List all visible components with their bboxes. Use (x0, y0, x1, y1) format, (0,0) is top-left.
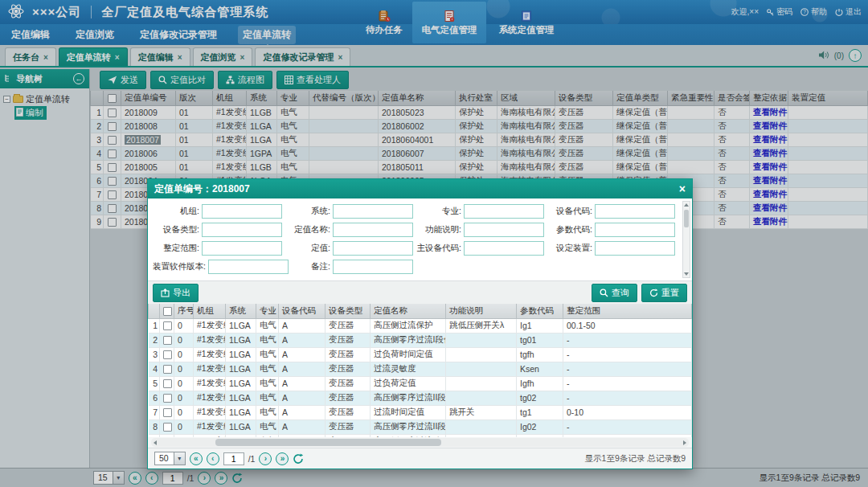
view-attachment-link[interactable]: 查看附件 (753, 216, 787, 226)
page-number-input[interactable] (162, 472, 183, 485)
row-checkbox[interactable] (108, 108, 117, 117)
menu-item[interactable]: 定值修改记录管理 (135, 26, 222, 44)
workspace-tab[interactable]: 定值编辑× (130, 47, 190, 66)
menu-item[interactable]: 定值编辑 (6, 26, 55, 44)
first-page-button[interactable]: « (129, 472, 141, 485)
scroll-top-icon[interactable]: ↑ (849, 49, 862, 62)
close-icon[interactable]: × (338, 53, 342, 62)
page-number-input[interactable] (223, 452, 244, 465)
view-attachment-link[interactable]: 查看附件 (753, 162, 787, 171)
row-checkbox[interactable] (108, 177, 117, 186)
row-checkbox[interactable] (163, 336, 172, 345)
first-page-button[interactable]: « (190, 452, 203, 465)
select-all-checkbox[interactable] (163, 307, 172, 316)
prev-page-button[interactable]: ‹ (145, 472, 158, 485)
module-tab[interactable]: 电气定值管理 (412, 2, 486, 43)
scrollbar-thumb[interactable] (215, 439, 441, 446)
scroll-up-icon[interactable] (683, 202, 690, 208)
row-checkbox[interactable] (108, 204, 117, 213)
page-size-select[interactable]: 50▾ (154, 452, 186, 465)
table-row[interactable]: 50#1发变组1LGA电气A变压器过负荷定值Igfh- (149, 376, 692, 391)
password-link[interactable]: 密码 (767, 6, 792, 18)
workspace-tab[interactable]: 定值浏览× (193, 47, 253, 66)
menu-item[interactable]: 定值单流转 (238, 26, 296, 44)
field-input[interactable] (595, 204, 675, 219)
field-input[interactable] (595, 241, 675, 256)
module-tab[interactable]: 系统定值管理 (489, 2, 563, 43)
table-row[interactable]: 3201800701#1发变组1LGA电气20180604001保护处海南核电有… (91, 133, 868, 146)
refresh-icon[interactable] (293, 453, 304, 464)
expander-icon[interactable]: − (3, 96, 10, 103)
tree-node-child[interactable]: 编制 (14, 106, 47, 120)
scroll-right-icon[interactable] (681, 438, 689, 447)
field-input[interactable] (333, 204, 413, 219)
view-attachment-link[interactable]: 查看附件 (753, 175, 787, 185)
close-icon[interactable]: × (240, 53, 245, 62)
field-input[interactable] (464, 223, 544, 237)
row-checkbox[interactable] (163, 379, 172, 388)
menu-item[interactable]: 定值浏览 (71, 26, 119, 44)
sidebar-collapse-icon[interactable]: ← (73, 73, 84, 84)
last-page-button[interactable]: » (215, 472, 227, 485)
speaker-icon[interactable] (819, 51, 829, 61)
scrollbar-thumb[interactable] (684, 210, 689, 227)
table-row[interactable]: 60#1发变组1LGA电气A变压器高压侧零序过流II段保护时间tg02- (149, 391, 692, 405)
reset-button[interactable]: 重置 (641, 284, 687, 302)
form-scrollbar[interactable] (682, 201, 690, 278)
table-row[interactable]: 40#1发变组1LGA电气A变压器过流灵敏度Ksen- (149, 362, 692, 376)
tree-node-root[interactable]: − 定值单流转 (3, 92, 86, 106)
workspace-tab[interactable]: 定值修改记录管理× (255, 47, 350, 66)
close-icon[interactable]: × (115, 53, 120, 62)
logout-link[interactable]: 退出 (835, 6, 862, 18)
field-input[interactable] (464, 204, 544, 219)
next-page-button[interactable]: › (198, 472, 211, 485)
field-input[interactable] (464, 241, 544, 256)
close-icon[interactable]: × (178, 53, 182, 62)
field-input[interactable] (333, 223, 413, 237)
next-page-button[interactable]: › (259, 452, 272, 465)
field-input[interactable] (595, 223, 675, 237)
view-attachment-link[interactable]: 查看附件 (753, 121, 787, 130)
export-button[interactable]: 导出 (153, 284, 199, 302)
close-icon[interactable]: × (43, 53, 48, 62)
table-row[interactable]: 80#1发变组1LGA电气A变压器高压侧零序过流II段保护Ig02- (149, 419, 692, 434)
row-checkbox[interactable] (108, 136, 117, 145)
field-input[interactable] (333, 241, 413, 256)
row-checkbox[interactable] (108, 190, 117, 199)
page-size-select[interactable]: 15▾ (93, 471, 125, 485)
view-attachment-link[interactable]: 查看附件 (753, 107, 787, 117)
table-row[interactable]: 20#1发变组1LGA电气A变压器高压侧零序过流I段保护时间tg01- (149, 333, 692, 347)
send-button[interactable]: 发送 (100, 71, 146, 89)
row-checkbox[interactable] (163, 321, 172, 330)
field-input[interactable] (202, 223, 282, 237)
table-row[interactable]: 5201800501#1发变组1LGB电气201805011保护处海南核电有限公… (91, 160, 868, 174)
scroll-left-icon[interactable] (151, 438, 159, 447)
horizontal-scrollbar[interactable] (151, 438, 689, 447)
row-checkbox[interactable] (163, 408, 172, 417)
table-row[interactable]: 2201800801#1发变组1LGA电气201806002保护处海南核电有限公… (91, 119, 868, 133)
toolbar-button[interactable]: 查看处理人 (276, 71, 349, 89)
row-checkbox[interactable] (163, 350, 172, 359)
field-input[interactable] (208, 260, 289, 274)
table-row[interactable]: 10#1发变组1LGA电气A变压器高压侧过流保护跳低压侧开关λIg100.1-5… (149, 318, 692, 333)
table-row[interactable]: 70#1发变组1LGA电气A变压器过流时间定值跳开关tg10-10 (149, 405, 692, 419)
field-input[interactable] (202, 204, 282, 219)
table-row[interactable]: 90#1发变组1LGA电气A变压器高压侧零序过流I段保护Ig01- (149, 434, 692, 437)
view-attachment-link[interactable]: 查看附件 (753, 148, 787, 158)
view-attachment-link[interactable]: 查看附件 (753, 189, 787, 198)
row-checkbox[interactable] (108, 122, 117, 131)
view-attachment-link[interactable]: 查看附件 (753, 203, 787, 212)
close-icon[interactable]: × (679, 183, 686, 194)
toolbar-button[interactable]: 定值比对 (150, 71, 214, 89)
toolbar-button[interactable]: 流程图 (218, 71, 272, 89)
table-row[interactable]: 1201800901#1发变组1LGB电气201805023保护处海南核电有限公… (91, 105, 868, 119)
workspace-tab[interactable]: 定值单流转× (59, 47, 128, 66)
refresh-icon[interactable] (231, 473, 243, 484)
prev-page-button[interactable]: ‹ (207, 452, 219, 465)
select-all-checkbox[interactable] (108, 94, 117, 103)
table-row[interactable]: 4201800601#1发变组1GPA电气201806007保护处海南核电有限公… (91, 146, 868, 160)
row-checkbox[interactable] (108, 149, 117, 158)
query-button[interactable]: 查询 (592, 284, 637, 302)
last-page-button[interactable]: » (276, 452, 289, 465)
row-checkbox[interactable] (163, 423, 172, 432)
